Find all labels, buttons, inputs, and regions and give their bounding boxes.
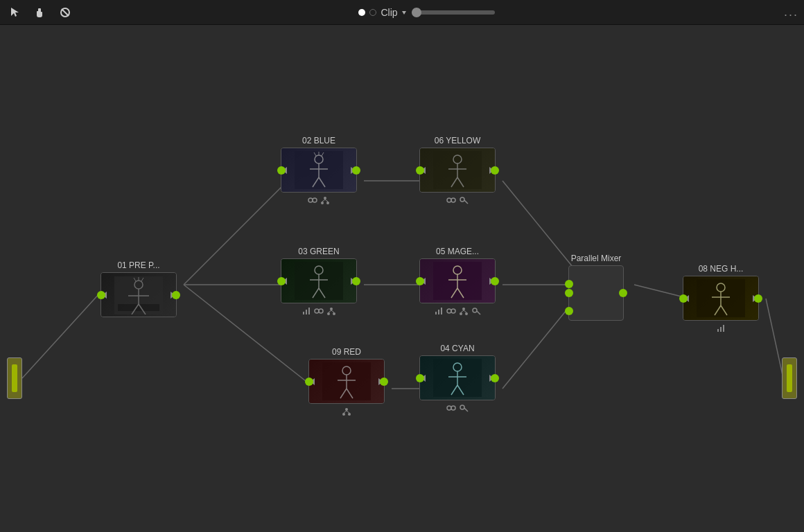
nodes-icon — [320, 195, 330, 205]
node-09-thumb — [309, 360, 384, 403]
svg-point-79 — [451, 309, 455, 313]
svg-point-37 — [324, 197, 326, 200]
node-03-box[interactable] — [281, 258, 357, 303]
node-08-box[interactable] — [683, 276, 759, 321]
node-05-thumb — [420, 259, 495, 303]
node-graph-canvas: 01 PRE P... — [0, 25, 804, 532]
svg-point-49 — [451, 198, 455, 202]
thumb-inner — [420, 356, 495, 400]
node-02-conn-right[interactable] — [352, 166, 360, 175]
parallel-mixer-box[interactable] — [568, 265, 624, 321]
pointer-tool[interactable] — [6, 3, 25, 22]
node-04-conn-right[interactable] — [491, 374, 499, 382]
node-06-yellow[interactable]: 06 YELLOW — [419, 136, 496, 205]
svg-line-15 — [766, 299, 783, 378]
thumb-statue-icon — [322, 362, 371, 400]
thumb-inner — [420, 259, 495, 303]
node-08-conn-left[interactable] — [679, 294, 688, 303]
thumb-statue-icon — [114, 276, 163, 314]
svg-rect-61 — [308, 308, 310, 314]
thumb-inner — [683, 276, 758, 320]
node-05-conn-right[interactable] — [491, 277, 499, 285]
svg-line-51 — [464, 200, 468, 204]
node-01-box[interactable] — [101, 272, 177, 317]
thumb-statue-icon — [433, 359, 482, 397]
node-03-thumb — [281, 259, 356, 303]
svg-point-80 — [462, 308, 465, 310]
node-03-icons — [302, 306, 336, 316]
svg-line-83 — [461, 310, 464, 312]
svg-point-48 — [447, 198, 451, 202]
svg-rect-76 — [438, 310, 439, 314]
node-08-icons — [716, 323, 726, 333]
node-09-red[interactable]: 09 RED — [308, 347, 385, 416]
parallel-mixer[interactable]: Parallel Mixer — [568, 254, 624, 321]
node-05-magenta[interactable]: 05 MAGE... — [419, 247, 496, 316]
node-03-conn-right[interactable] — [352, 277, 360, 285]
mixer-conn-left-1[interactable] — [565, 280, 573, 288]
node-06-label: 06 YELLOW — [435, 136, 480, 145]
node-01-label: 01 PRE P... — [117, 260, 159, 270]
parallel-mixer-label: Parallel Mixer — [571, 254, 622, 263]
node-08-label: 08 NEG H... — [699, 264, 744, 274]
slider-thumb — [412, 8, 421, 17]
hand-tool[interactable] — [30, 3, 50, 22]
node-02-blue[interactable]: 02 BLUE — [281, 136, 357, 205]
svg-marker-3 — [402, 11, 406, 15]
opacity-slider[interactable] — [412, 10, 495, 15]
thumb-inner — [309, 360, 384, 403]
dot-inactive — [369, 9, 376, 16]
node-06-box[interactable] — [419, 148, 496, 193]
node-03-green[interactable]: 03 GREEN — [281, 247, 357, 316]
svg-point-106 — [460, 405, 464, 409]
svg-point-65 — [327, 312, 330, 315]
node-05-box[interactable] — [419, 258, 496, 303]
node-04-cyan[interactable]: 04 CYAN — [419, 344, 496, 413]
node-05-conn-left[interactable] — [416, 277, 424, 285]
node-01-prep[interactable]: 01 PRE P... — [101, 260, 177, 317]
node-04-box[interactable] — [419, 355, 496, 400]
serial-icon — [446, 306, 456, 316]
node-03-conn-left[interactable] — [277, 277, 286, 285]
thumb-statue-icon — [697, 279, 745, 317]
key-icon — [459, 195, 469, 205]
thumb-statue-icon — [433, 262, 482, 300]
node-02-conn-left[interactable] — [277, 166, 286, 175]
svg-rect-77 — [441, 308, 442, 314]
node-01-conn-left[interactable] — [97, 291, 105, 299]
svg-rect-117 — [723, 325, 724, 332]
node-08-conn-right[interactable] — [754, 294, 762, 303]
svg-rect-59 — [303, 312, 304, 314]
node-09-conn-right[interactable] — [380, 378, 388, 386]
node-06-icons — [446, 195, 469, 205]
node-04-conn-left[interactable] — [416, 374, 424, 382]
node-04-thumb — [420, 356, 495, 400]
clip-selector[interactable]: Clip — [381, 7, 407, 18]
no-tool[interactable] — [55, 3, 75, 22]
svg-line-40 — [322, 200, 325, 202]
node-02-label: 02 BLUE — [302, 136, 335, 145]
node-09-box[interactable] — [308, 359, 385, 404]
svg-point-62 — [315, 309, 319, 313]
clip-dropdown-icon — [401, 9, 408, 16]
svg-point-78 — [447, 309, 451, 313]
nodes-icon — [459, 306, 469, 316]
more-button[interactable]: ... — [784, 5, 798, 19]
output-strip — [782, 357, 797, 399]
node-06-conn-right[interactable] — [491, 166, 499, 175]
svg-line-96 — [344, 411, 347, 413]
mixer-conn-left-2[interactable] — [565, 289, 573, 297]
node-08-neg[interactable]: 08 NEG H... — [683, 264, 759, 333]
mixer-conn-left-3[interactable] — [565, 307, 573, 315]
node-02-box[interactable] — [281, 148, 357, 193]
node-06-conn-left[interactable] — [416, 166, 424, 175]
svg-line-108 — [466, 410, 467, 411]
svg-point-64 — [330, 308, 333, 310]
node-09-conn-left[interactable] — [305, 378, 313, 386]
node-01-conn-right[interactable] — [172, 291, 180, 299]
svg-line-52 — [466, 202, 467, 203]
svg-point-94 — [342, 413, 345, 416]
svg-point-82 — [465, 312, 468, 315]
mixer-conn-right[interactable] — [619, 289, 627, 297]
strip-indicator — [12, 364, 17, 392]
